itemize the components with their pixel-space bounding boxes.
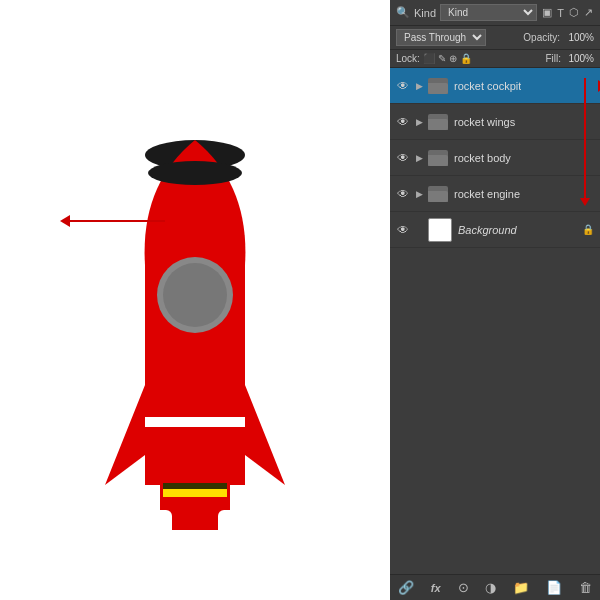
folder-icon-engine — [428, 186, 448, 202]
layer-name-background: Background — [458, 224, 517, 236]
arrow-line — [70, 220, 165, 222]
opacity-label: Opacity: — [523, 32, 560, 43]
rocket-illustration — [85, 65, 305, 565]
new-fill-layer-icon[interactable]: ⊙ — [458, 580, 469, 595]
search-icon: 🔍 — [396, 6, 410, 19]
visibility-icon-wings[interactable]: 👁 — [396, 115, 410, 129]
kind-label: Kind — [414, 7, 436, 19]
fx-icon[interactable]: fx — [431, 582, 441, 594]
visibility-icon-bg[interactable]: 👁 — [396, 223, 410, 237]
layer-row-rocket-cockpit[interactable]: 👁 ▶ rocket cockpit — [390, 68, 600, 104]
canvas-area — [0, 0, 390, 600]
layer-thumbnail-bg — [428, 218, 452, 242]
mask-icon[interactable]: ◑ — [485, 580, 496, 595]
new-folder-icon[interactable]: 📁 — [513, 580, 529, 595]
arrow-head-icon — [60, 215, 70, 227]
layer-name-engine: rocket engine — [454, 188, 520, 200]
layer-name-body: rocket body — [454, 152, 511, 164]
expand-icon-wings[interactable]: ▶ — [414, 117, 424, 127]
layer-row-background[interactable]: 👁 ▶ Background 🔒 — [390, 212, 600, 248]
opacity-value: 100% — [564, 32, 594, 43]
lock-all-icon[interactable]: 🔒 — [460, 53, 472, 64]
panel-bottom-toolbar: 🔗 fx ⊙ ◑ 📁 📄 🗑 — [390, 574, 600, 600]
layer-name-wings: rocket wings — [454, 116, 515, 128]
filter-icon1[interactable]: ▣ — [541, 6, 553, 19]
link-icon[interactable]: 🔗 — [398, 580, 414, 595]
svg-rect-6 — [145, 427, 245, 485]
visibility-icon-cockpit[interactable]: 👁 — [396, 79, 410, 93]
visibility-icon-engine[interactable]: 👁 — [396, 187, 410, 201]
lock-artboard-icon[interactable]: ⊕ — [449, 53, 457, 64]
layer-name-cockpit: rocket cockpit — [454, 80, 521, 92]
panel-red-arrow — [584, 78, 586, 198]
blend-mode-select[interactable]: Pass Through — [396, 29, 486, 46]
expand-icon-cockpit[interactable]: ▶ — [414, 81, 424, 91]
delete-icon[interactable]: 🗑 — [579, 580, 592, 595]
layers-list: 👁 ▶ rocket cockpit 👁 ▶ rocket wings 👁 ▶ … — [390, 68, 600, 574]
filter-icon2[interactable]: T — [556, 6, 565, 19]
lock-position-icon[interactable]: ✎ — [438, 53, 446, 64]
visibility-icon-body[interactable]: 👁 — [396, 151, 410, 165]
window-annotation-arrow — [60, 215, 165, 227]
svg-rect-11 — [163, 483, 227, 489]
layers-panel: 🔍 Kind Kind ▣ T ⬡ ↗ Pass Through Opacity… — [390, 0, 600, 600]
folder-icon-wings — [428, 114, 448, 130]
new-layer-icon[interactable]: 📄 — [546, 580, 562, 595]
svg-point-4 — [163, 263, 227, 327]
folder-icon-cockpit — [428, 78, 448, 94]
expand-icon-engine[interactable]: ▶ — [414, 189, 424, 199]
svg-point-2 — [148, 161, 242, 185]
kind-row: 🔍 Kind Kind ▣ T ⬡ ↗ — [390, 0, 600, 26]
filter-icon3[interactable]: ⬡ — [568, 6, 580, 19]
fill-value: 100% — [564, 53, 594, 64]
layer-row-rocket-engine[interactable]: 👁 ▶ rocket engine — [390, 176, 600, 212]
svg-rect-8 — [150, 510, 172, 550]
layer-row-rocket-wings[interactable]: 👁 ▶ rocket wings — [390, 104, 600, 140]
layer-row-rocket-body[interactable]: 👁 ▶ rocket body — [390, 140, 600, 176]
filter-icon4[interactable]: ↗ — [583, 6, 594, 19]
expand-icon-body[interactable]: ▶ — [414, 153, 424, 163]
fill-label: Fill: — [545, 53, 561, 64]
svg-rect-9 — [218, 510, 240, 550]
blend-opacity-row: Pass Through Opacity: 100% — [390, 26, 600, 50]
kind-select[interactable]: Kind — [440, 4, 537, 21]
folder-icon-body — [428, 150, 448, 166]
lock-pixels-icon[interactable]: ⬛ — [423, 53, 435, 64]
svg-rect-5 — [140, 417, 250, 427]
lock-label: Lock: — [396, 53, 420, 64]
lock-icons-group: ⬛ ✎ ⊕ 🔒 — [423, 53, 472, 64]
layer-lock-bg-icon: 🔒 — [582, 224, 594, 235]
lock-fill-row: Lock: ⬛ ✎ ⊕ 🔒 Fill: 100% — [390, 50, 600, 68]
